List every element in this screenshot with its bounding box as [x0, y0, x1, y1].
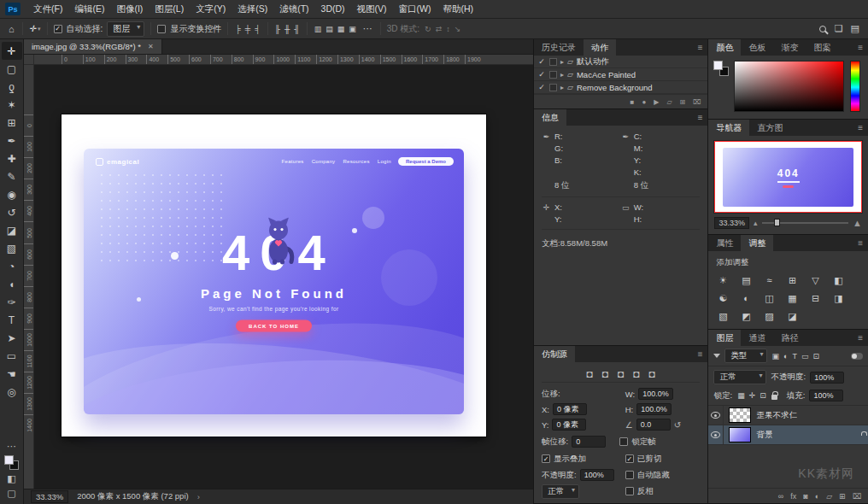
tab-history[interactable]: 历史记录 — [534, 39, 584, 56]
foreground-background-swatches[interactable] — [4, 455, 19, 470]
distribute-heights-icon[interactable]: ▣ — [348, 25, 357, 33]
distribute-horizontal-icon[interactable]: ▥ — [314, 25, 323, 33]
action-check-icon[interactable]: ✓ — [537, 57, 546, 66]
hue-saturation-icon[interactable]: ◧ — [831, 274, 845, 286]
filter-type-icon[interactable]: T — [791, 352, 798, 360]
menu-item[interactable]: 编辑(E) — [68, 1, 110, 18]
lasso-tool[interactable]: ƍ — [2, 78, 22, 96]
tab-histogram[interactable]: 直方图 — [749, 120, 790, 136]
menu-item[interactable]: 窗口(W) — [393, 1, 437, 18]
record-icon[interactable]: ● — [642, 98, 646, 106]
tab-gradients[interactable]: 渐变 — [773, 39, 806, 56]
new-set-icon[interactable]: ▱ — [666, 98, 672, 106]
levels-icon[interactable]: ▤ — [739, 274, 753, 286]
clone-source-slot-icon[interactable]: ◘ — [602, 368, 608, 380]
invert-icon[interactable]: ◨ — [831, 292, 845, 304]
menu-item[interactable]: 视图(V) — [351, 1, 393, 18]
layer-visibility-icon[interactable] — [711, 431, 720, 438]
height-scale-field[interactable]: 100.0% — [636, 403, 672, 415]
panel-menu-icon[interactable]: ≡ — [853, 39, 868, 56]
layer-visibility-icon[interactable] — [711, 412, 720, 419]
curves-icon[interactable]: ≈ — [762, 274, 776, 286]
fill-field[interactable]: 100% — [809, 390, 843, 401]
filter-smart-icon[interactable]: ⊡ — [812, 352, 820, 360]
tab-swatches[interactable]: 色板 — [741, 39, 773, 56]
tab-clone-source[interactable]: 仿制源 — [534, 346, 575, 362]
layer-row[interactable]: 歪果不求仁 — [708, 406, 868, 425]
canvas-area[interactable]: 0100200300400500600700800900100011001200… — [24, 55, 533, 489]
action-dialog-toggle[interactable] — [549, 84, 557, 91]
document-canvas[interactable]: emagical FeaturesCompanyResourcesLogin R… — [62, 114, 486, 437]
shape-tool[interactable]: ▭ — [2, 347, 22, 365]
action-row[interactable]: ✓ ▸ ▱ 默认动作 — [534, 56, 707, 68]
action-row[interactable]: ✓ ▸ ▱ MacAce Painted — [534, 68, 707, 81]
workspace-icon[interactable]: ❏ — [833, 23, 845, 34]
layer-filter-toggle[interactable] — [851, 353, 863, 360]
new-adjustment-icon[interactable]: ◐ — [815, 492, 819, 501]
search-icon[interactable] — [819, 26, 826, 32]
layer-row[interactable]: 背景 — [708, 425, 868, 445]
hand-tool[interactable]: ☚ — [2, 365, 22, 383]
panel-menu-icon[interactable]: ≡ — [693, 346, 708, 362]
clone-source-slot-icon[interactable]: ◘ — [633, 368, 639, 380]
lock-transparent-icon[interactable]: ▦ — [736, 391, 746, 400]
tab-channels[interactable]: 通道 — [741, 330, 773, 346]
blend-mode-dropdown[interactable]: 正常 — [713, 370, 766, 384]
layer-thumbnail[interactable] — [729, 427, 751, 442]
align-left-icon[interactable]: ╞ — [234, 25, 241, 33]
color-balance-icon[interactable]: ☯ — [716, 292, 730, 304]
y-offset-field[interactable]: 0 像素 — [552, 419, 586, 431]
quick-mask-icon[interactable]: ◧ — [7, 473, 15, 484]
panel-menu-icon[interactable]: ≡ — [853, 235, 868, 251]
frame-offset-field[interactable]: 0 — [572, 436, 606, 448]
close-tab-icon[interactable]: ✕ — [148, 43, 154, 50]
tab-color[interactable]: 颜色 — [708, 39, 741, 56]
type-tool[interactable]: T — [2, 311, 22, 329]
zoom-out-icon[interactable]: ▴ — [754, 219, 758, 227]
path-selection-tool[interactable]: ➤ — [2, 329, 22, 347]
vibrance-icon[interactable]: ▽ — [808, 274, 822, 286]
brightness-contrast-icon[interactable]: ☀ — [716, 274, 730, 286]
action-dialog-toggle[interactable] — [549, 71, 557, 79]
pen-tool[interactable]: ✑ — [2, 293, 22, 311]
auto-hide-checkbox[interactable] — [625, 471, 634, 479]
menu-item[interactable]: 帮助(H) — [437, 1, 480, 18]
tab-actions[interactable]: 动作 — [584, 39, 616, 56]
screen-mode-icon[interactable]: ▢ — [7, 488, 15, 499]
rotation-field[interactable]: 0.0 — [636, 419, 671, 431]
exposure-icon[interactable]: ⊞ — [785, 274, 799, 286]
layer-style-icon[interactable]: fx — [790, 492, 796, 501]
ruler-origin-corner[interactable] — [24, 55, 34, 65]
link-layers-icon[interactable]: ∞ — [778, 492, 783, 501]
eraser-tool[interactable]: ◪ — [2, 221, 22, 239]
show-overlay-checkbox[interactable] — [542, 454, 550, 463]
tab-layers[interactable]: 图层 — [708, 330, 741, 346]
menu-item[interactable]: 图层(L) — [149, 1, 190, 18]
clone-stamp-tool[interactable]: ◉ — [2, 185, 22, 203]
panel-menu-icon[interactable]: ≡ — [693, 39, 708, 56]
blur-tool[interactable]: ◔ — [2, 257, 22, 275]
crop-tool[interactable]: ⊞ — [2, 114, 22, 132]
zoom-tool[interactable]: ◎ — [2, 383, 22, 401]
black-white-icon[interactable]: ◐ — [739, 292, 753, 304]
menu-item[interactable]: 选择(S) — [232, 1, 273, 18]
overlay-opacity-field[interactable]: 100% — [580, 469, 614, 481]
lock-all-icon[interactable] — [771, 395, 777, 400]
menu-item[interactable]: 文字(Y) — [190, 1, 232, 18]
tab-navigator[interactable]: 导航器 — [708, 120, 749, 136]
zoom-slider[interactable] — [762, 222, 849, 224]
move-tool[interactable]: ✛ — [2, 42, 22, 60]
navigator-view-box[interactable] — [714, 141, 862, 213]
filter-shape-icon[interactable]: ▭ — [801, 352, 810, 360]
edit-toolbar-icon[interactable]: ⋯ — [7, 441, 16, 452]
menu-item[interactable]: 文件(F) — [27, 1, 68, 18]
show-transform-checkbox[interactable] — [157, 25, 166, 33]
zoom-in-icon[interactable]: ▲ — [853, 218, 862, 228]
new-action-icon[interactable]: ⊞ — [680, 98, 686, 106]
align-middle-icon[interactable]: ╫ — [284, 25, 290, 33]
3d-slide-icon[interactable]: ↕ — [445, 25, 451, 33]
photo-filter-icon[interactable]: ◫ — [762, 292, 776, 304]
clipped-checkbox[interactable] — [625, 454, 634, 463]
navigator-zoom-field[interactable]: 33.33% — [714, 217, 749, 229]
action-dialog-toggle[interactable] — [549, 58, 557, 66]
